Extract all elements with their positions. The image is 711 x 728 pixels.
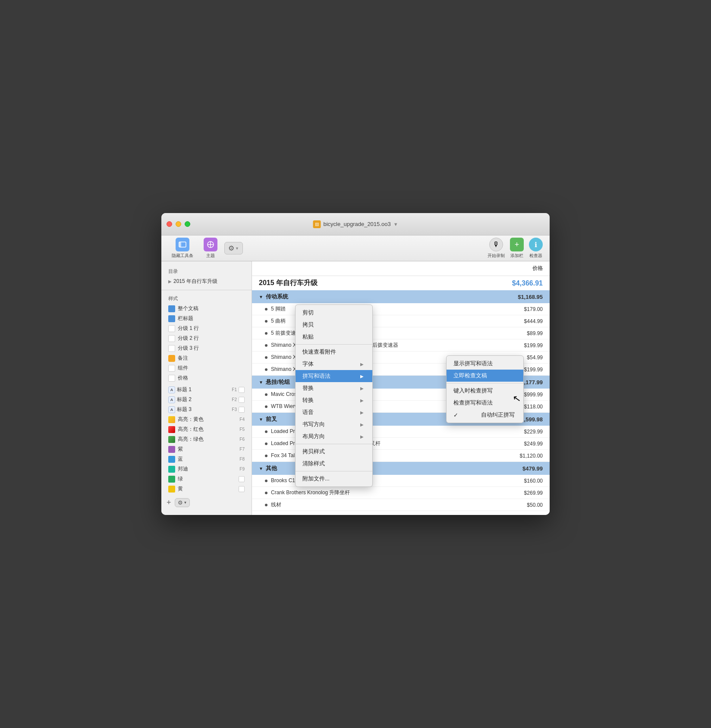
item-price: $1,120.00 xyxy=(520,453,543,459)
item-price: $89.99 xyxy=(527,330,543,336)
toolbar: 隐藏工具条 主题 ⚙ ▼ 🎙 开始录制 + 添加栏 xyxy=(161,235,550,261)
item-name: Mavic CrossMax SLR 29 山地轮组 xyxy=(271,391,350,398)
main-area: 目录 ▶ 2015 年自行车升级 样式 整个文稿 栏标题 分级 1 行 xyxy=(161,261,550,515)
style-icon-l2 xyxy=(168,335,175,342)
svg-rect-1 xyxy=(179,242,181,247)
section-triangle-3: ▼ xyxy=(259,417,263,422)
item-row: Shimano XTR 10 速 MTB 花鼓 $199.99 xyxy=(252,364,550,376)
heading-item-1[interactable]: A 标题 1 F1 xyxy=(165,385,248,395)
heading-item-2[interactable]: A 标题 2 F2 xyxy=(165,395,248,405)
document-total-price: $4,366.91 xyxy=(512,279,543,287)
section-row-3: ▼ 前叉 $1,599.98 xyxy=(252,413,550,426)
section-name-1: 传动系统 xyxy=(266,293,288,301)
bullet xyxy=(265,356,267,359)
sidebar-gear-icon: ⚙ xyxy=(178,499,183,506)
item-name: 5 曲柄 xyxy=(271,317,286,325)
style-item-component[interactable]: 组件 xyxy=(165,363,248,373)
hi-icon-red xyxy=(168,426,175,433)
item-price: $249.99 xyxy=(524,441,543,447)
section-name-3: 前叉 xyxy=(266,415,277,423)
bullet xyxy=(265,430,267,433)
color-purple[interactable]: 紫 F7 xyxy=(165,444,248,454)
style-item-price[interactable]: 价格 xyxy=(165,373,248,383)
item-row: Mavic CrossMax SLR 29 山地轮组 $999.99 xyxy=(252,389,550,401)
color-yellow[interactable]: 黄 xyxy=(165,484,248,494)
style-label-price: 价格 xyxy=(178,374,188,382)
style-icon-col xyxy=(168,315,175,322)
hi-label-yellow: 高亮：黄色 xyxy=(178,416,204,423)
app-icon: ▤ xyxy=(313,220,321,228)
item-row: Shimano XTR 10 速链条 $54.99 xyxy=(252,351,550,364)
color-teal[interactable]: 邦迪 F9 xyxy=(165,464,248,474)
color-check-yellow[interactable] xyxy=(239,486,245,492)
item-price: $160.00 xyxy=(524,478,543,484)
style-item-level3[interactable]: 分级 3 行 xyxy=(165,343,248,353)
style-label-col: 栏标题 xyxy=(178,315,193,322)
heading-check-2[interactable] xyxy=(239,397,245,403)
sidebar-add-button[interactable]: + xyxy=(167,498,171,507)
price-column-header: 价格 xyxy=(532,265,543,272)
style-item-whole[interactable]: 整个文稿 xyxy=(165,304,248,314)
inspector-button[interactable]: ℹ 检查器 xyxy=(529,238,543,259)
style-label-note: 备注 xyxy=(178,355,188,362)
heading-icon-1: A xyxy=(168,386,175,393)
item-name: Brooks C17 Cambium 坐垫 xyxy=(271,477,333,484)
style-item-col-header[interactable]: 栏标题 xyxy=(165,314,248,323)
section-row-4: ▼ 其他 $479.99 xyxy=(252,462,550,475)
ci-label-purple: 紫 xyxy=(178,446,183,453)
item-name: WTB Wierwolf AM TCS MTB 轮胎 xyxy=(271,403,349,410)
color-green[interactable]: 绿 xyxy=(165,474,248,484)
zoom-button[interactable] xyxy=(185,221,190,227)
start-recording-button[interactable]: 🎙 开始录制 xyxy=(488,238,505,259)
highlight-yellow[interactable]: 高亮：黄色 F4 xyxy=(165,414,248,424)
heading-shortcut-1: F1 xyxy=(232,387,237,392)
style-label-l3: 分级 3 行 xyxy=(178,345,199,352)
ci-label-green: 绿 xyxy=(178,475,183,483)
item-row: 5 曲柄 $444.99 xyxy=(252,315,550,327)
sidebar: 目录 ▶ 2015 年自行车升级 样式 整个文稿 栏标题 分级 1 行 xyxy=(161,261,252,515)
close-button[interactable] xyxy=(167,221,172,227)
style-item-level2[interactable]: 分级 2 行 xyxy=(165,333,248,343)
style-label-whole: 整个文稿 xyxy=(178,305,198,312)
heading-label-1: 标题 1 xyxy=(177,386,192,393)
ci-label-yellow: 黄 xyxy=(178,485,183,493)
title-dropdown-arrow[interactable]: ▼ xyxy=(393,222,398,227)
heading-label-2: 标题 2 xyxy=(177,396,192,403)
item-price: $199.99 xyxy=(524,342,543,348)
highlight-red[interactable]: 高亮：红色 F5 xyxy=(165,424,248,434)
mic-icon: 🎙 xyxy=(489,238,503,251)
style-item-level1[interactable]: 分级 1 行 xyxy=(165,323,248,333)
item-row: WTB Wierwolf AM TCS MTB 轮胎 $118.00 xyxy=(252,401,550,413)
add-column-button[interactable]: + 添加栏 xyxy=(510,238,524,259)
item-price: $54.99 xyxy=(527,355,543,361)
bullet xyxy=(265,332,267,335)
item-name: 线材 xyxy=(271,501,281,508)
style-icon-l3 xyxy=(168,345,175,352)
minimize-button[interactable] xyxy=(176,221,181,227)
theme-button[interactable]: 主题 xyxy=(200,236,221,260)
heading-check-1[interactable] xyxy=(239,387,245,393)
color-check-green[interactable] xyxy=(239,476,245,482)
section-triangle-4: ▼ xyxy=(259,466,263,471)
sidebar-gear-arrow: ▼ xyxy=(184,501,187,505)
titlebar-center: ▤ bicycle_upgrade_2015.oo3 ▼ xyxy=(313,220,398,228)
theme-label: 主题 xyxy=(206,253,215,259)
heading-check-3[interactable] xyxy=(239,407,245,413)
sidebar-gear-button[interactable]: ⚙ ▼ xyxy=(175,498,190,507)
style-item-note[interactable]: 备注 xyxy=(165,353,248,363)
hide-toolbar-button[interactable]: 隐藏工具条 xyxy=(168,236,197,260)
ci-icon-green xyxy=(168,476,175,483)
bullet xyxy=(265,393,267,396)
heading-item-3[interactable]: A 标题 3 F3 xyxy=(165,405,248,414)
section-triangle-2: ▼ xyxy=(259,380,263,385)
tree-item[interactable]: ▶ 2015 年自行车升级 xyxy=(161,276,252,286)
gear-menu-button[interactable]: ⚙ ▼ xyxy=(224,242,243,254)
highlight-green[interactable]: 高亮：绿色 F6 xyxy=(165,434,248,444)
document-title-row: 2015 年自行车升级 $4,366.91 xyxy=(252,276,550,290)
section-price-1: $1,168.95 xyxy=(518,294,543,300)
heading-shortcut-3: F3 xyxy=(232,407,237,412)
toc-label: 目录 xyxy=(161,267,252,276)
color-blue[interactable]: 蓝 F8 xyxy=(165,454,248,464)
item-price: $199.99 xyxy=(524,367,543,373)
section-name-4: 其他 xyxy=(266,464,277,472)
